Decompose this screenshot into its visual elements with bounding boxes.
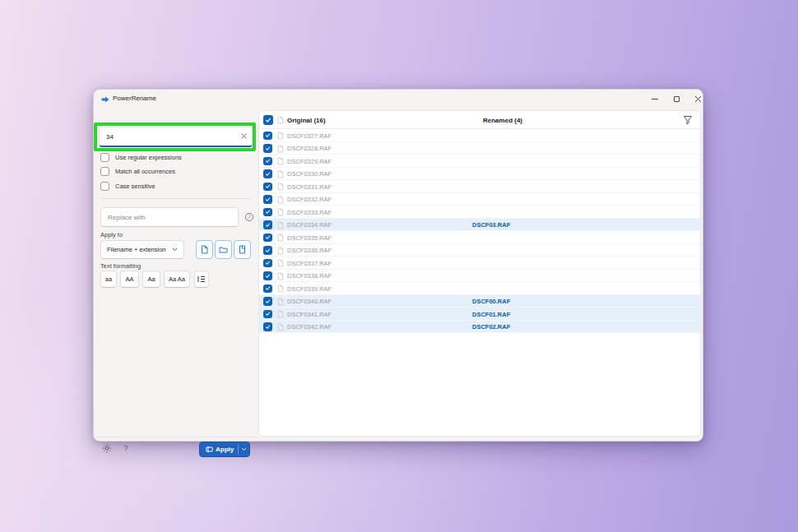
row-checkbox[interactable] bbox=[263, 195, 272, 204]
option-use-regular-expressions[interactable]: Use regular expressions bbox=[100, 151, 182, 163]
apply-button-main[interactable]: Apply bbox=[200, 446, 238, 453]
table-row[interactable]: DSCF0329.RAF bbox=[259, 155, 700, 168]
row-checkbox[interactable] bbox=[263, 234, 272, 243]
text-formatting-label: Text formatting bbox=[100, 262, 141, 270]
file-icon bbox=[277, 323, 284, 331]
table-row[interactable]: DSCF0342.RAFDSCF02.RAF bbox=[259, 321, 700, 334]
filter-icon[interactable] bbox=[683, 115, 693, 125]
check-icon bbox=[265, 298, 271, 304]
original-filename: DSCF0331.RAF bbox=[287, 183, 332, 191]
file-icon-wrap bbox=[277, 157, 284, 165]
section-divider bbox=[100, 198, 252, 199]
original-filename: DSCF0342.RAF bbox=[287, 323, 332, 331]
row-checkbox[interactable] bbox=[263, 271, 272, 280]
app-icon bbox=[101, 95, 109, 104]
row-checkbox[interactable] bbox=[263, 246, 272, 255]
row-checkbox[interactable] bbox=[263, 183, 272, 192]
table-row[interactable]: DSCF0331.RAF bbox=[259, 180, 700, 193]
check-icon bbox=[265, 197, 271, 202]
table-row[interactable]: DSCF0339.RAF bbox=[259, 282, 700, 295]
replace-input[interactable] bbox=[100, 207, 239, 227]
apply-dropdown-button[interactable] bbox=[239, 447, 249, 451]
file-icon bbox=[277, 183, 284, 191]
file-icon-wrap bbox=[277, 247, 284, 255]
table-row[interactable]: DSCF0336.RAF bbox=[259, 244, 700, 257]
row-checkbox[interactable] bbox=[263, 208, 272, 217]
checkbox-unchecked[interactable] bbox=[100, 153, 109, 162]
maximize-button[interactable] bbox=[666, 91, 686, 107]
original-filename: DSCF0337.RAF bbox=[287, 260, 332, 267]
apply-button[interactable]: Apply bbox=[199, 442, 250, 457]
close-button[interactable] bbox=[688, 91, 708, 107]
help-button[interactable]: ? bbox=[120, 442, 132, 455]
row-checkbox[interactable] bbox=[263, 220, 272, 229]
window-title: PowerRename bbox=[113, 95, 156, 102]
apply-to-dropdown[interactable]: Filename + extension bbox=[100, 240, 184, 259]
original-filename: DSCF0332.RAF bbox=[287, 196, 332, 203]
table-row[interactable]: DSCF0338.RAF bbox=[259, 270, 700, 283]
row-checkbox[interactable] bbox=[263, 285, 272, 294]
search-input[interactable] bbox=[99, 127, 253, 147]
maximize-icon bbox=[674, 96, 680, 102]
capitalize-button[interactable]: Aa Aa bbox=[164, 271, 190, 288]
subfolder-file-icon bbox=[239, 245, 246, 254]
row-checkbox[interactable] bbox=[263, 144, 272, 153]
check-icon bbox=[265, 311, 271, 317]
list-header: Original (16) Renamed (4) bbox=[259, 111, 700, 129]
row-checkbox[interactable] bbox=[263, 322, 272, 331]
enumerate-items-button[interactable] bbox=[194, 271, 209, 288]
renamed-filename: DSCF03.RAF bbox=[472, 221, 510, 229]
file-rows: DSCF0327.RAFDSCF0328.RAFDSCF0329.RAFDSCF… bbox=[259, 129, 700, 333]
include-subfolders-toggle[interactable] bbox=[234, 240, 251, 259]
file-icon bbox=[277, 196, 284, 204]
table-row[interactable]: DSCF0333.RAF bbox=[259, 206, 700, 219]
row-checkbox[interactable] bbox=[263, 132, 272, 141]
file-icon bbox=[277, 310, 284, 318]
row-checkbox[interactable] bbox=[263, 157, 272, 166]
renamed-column-header[interactable]: Renamed (4) bbox=[483, 117, 522, 124]
settings-button[interactable] bbox=[100, 442, 114, 455]
rename-icon bbox=[206, 446, 213, 453]
table-row[interactable]: DSCF0327.RAF bbox=[259, 129, 700, 142]
table-row[interactable]: DSCF0334.RAFDSCF03.RAF bbox=[259, 219, 700, 232]
table-row[interactable]: DSCF0330.RAF bbox=[259, 168, 700, 181]
checkbox-unchecked[interactable] bbox=[100, 167, 109, 176]
clear-icon[interactable] bbox=[240, 132, 248, 140]
row-checkbox[interactable] bbox=[263, 259, 272, 268]
option-label: Use regular expressions bbox=[115, 154, 182, 161]
row-checkbox[interactable] bbox=[263, 297, 272, 306]
table-row[interactable]: DSCF0335.RAF bbox=[259, 231, 700, 244]
check-icon bbox=[265, 209, 271, 215]
info-icon[interactable]: i bbox=[245, 213, 253, 221]
uppercase-button[interactable]: AA bbox=[120, 271, 139, 288]
original-filename: DSCF0340.RAF bbox=[287, 298, 332, 305]
select-all-checkbox[interactable] bbox=[263, 115, 273, 125]
option-match-all-occurrences[interactable]: Match all occurrences bbox=[100, 165, 175, 177]
check-icon bbox=[265, 285, 271, 291]
row-checkbox[interactable] bbox=[263, 310, 272, 319]
checkbox-unchecked[interactable] bbox=[100, 182, 109, 191]
table-row[interactable]: DSCF0328.RAF bbox=[259, 142, 700, 155]
file-icon bbox=[277, 221, 284, 229]
original-filename: DSCF0341.RAF bbox=[287, 311, 332, 318]
title-bar: PowerRename bbox=[94, 90, 703, 109]
file-icon bbox=[277, 247, 284, 255]
file-icon bbox=[277, 145, 284, 153]
original-filename: DSCF0334.RAF bbox=[287, 221, 332, 229]
file-icon-wrap bbox=[277, 234, 284, 242]
enumerate-icon bbox=[197, 275, 206, 283]
check-icon bbox=[265, 117, 271, 123]
lowercase-button[interactable]: aa bbox=[100, 271, 117, 288]
include-files-toggle[interactable] bbox=[196, 240, 213, 259]
minimize-button[interactable] bbox=[645, 91, 665, 107]
row-checkbox[interactable] bbox=[263, 169, 272, 178]
file-icon-wrap bbox=[277, 208, 284, 216]
table-row[interactable]: DSCF0332.RAF bbox=[259, 193, 700, 206]
table-row[interactable]: DSCF0341.RAFDSCF01.RAF bbox=[259, 308, 700, 321]
table-row[interactable]: DSCF0337.RAF bbox=[259, 257, 700, 270]
titlecase-button[interactable]: Aa bbox=[142, 271, 160, 288]
table-row[interactable]: DSCF0340.RAFDSCF00.RAF bbox=[259, 295, 700, 308]
original-column-header[interactable]: Original (16) bbox=[287, 117, 326, 124]
option-case-sensitive[interactable]: Case sensitive bbox=[100, 180, 155, 192]
include-folders-toggle[interactable] bbox=[215, 240, 232, 259]
